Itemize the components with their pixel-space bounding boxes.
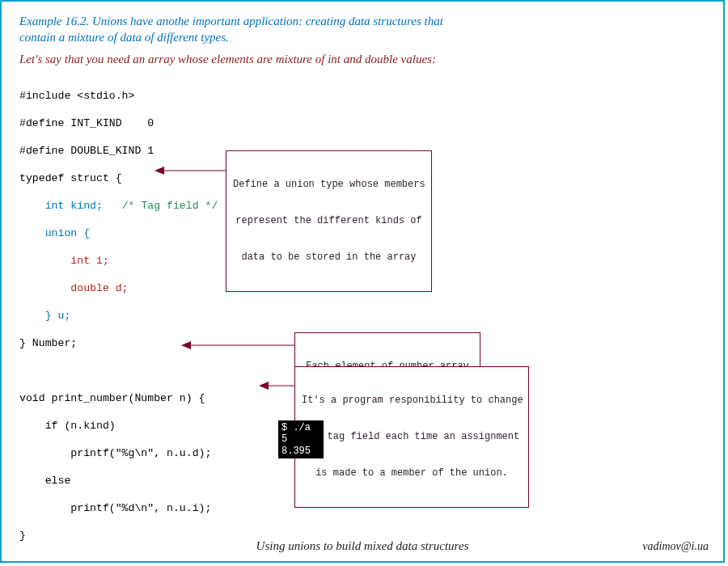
- code-indent: [19, 200, 45, 212]
- code-token: double d;: [70, 282, 128, 294]
- callout-line: It's a program responibility to change: [302, 395, 522, 407]
- scenario-text: Let's say that you need an array whose e…: [19, 51, 537, 67]
- svg-marker-5: [259, 382, 269, 390]
- page-frame: Example 16.2. Unions have anothe importa…: [0, 0, 725, 563]
- code-token: int kind;: [45, 200, 103, 212]
- code-token: } u;: [45, 310, 71, 322]
- slide-title: Using unions to build mixed data structu…: [2, 539, 723, 553]
- callout-line: represent the different kinds of: [233, 215, 425, 227]
- callout-line: Define a union type whose members: [233, 179, 425, 191]
- code-line: [19, 556, 705, 563]
- code-indent: [19, 310, 45, 322]
- code-line: } u;: [19, 309, 705, 323]
- code-comment: /* Tag field */: [122, 200, 218, 212]
- code-token: union {: [45, 227, 90, 239]
- terminal-output: $ ./a 5 8.395: [278, 420, 324, 458]
- code-block: #include <stdio.h> #define INT_KIND 0 #d…: [19, 75, 705, 563]
- code-indent: [103, 200, 122, 212]
- callout-union-definition: Define a union type whose members repres…: [226, 150, 432, 292]
- callout-line: the tag field each time an assignment: [302, 431, 522, 443]
- code-indent: [19, 255, 70, 267]
- code-indent: [19, 227, 45, 239]
- code-line: #include <stdio.h>: [19, 89, 705, 103]
- content-area: Example 16.2. Unions have anothe importa…: [2, 2, 723, 563]
- example-heading: Example 16.2. Unions have anothe importa…: [19, 13, 472, 46]
- example-number: Example 16.2.: [19, 15, 89, 27]
- code-line: #define INT_KIND 0: [19, 116, 705, 130]
- callout-line: is made to a member of the union.: [302, 467, 522, 479]
- callout-tag-field: It's a program responibility to change t…: [294, 366, 529, 508]
- code-token: int i;: [70, 255, 108, 267]
- code-indent: [19, 282, 70, 294]
- author-email: vadimov@i.ua: [642, 540, 709, 553]
- callout-line: data to be stored in the array: [233, 251, 425, 264]
